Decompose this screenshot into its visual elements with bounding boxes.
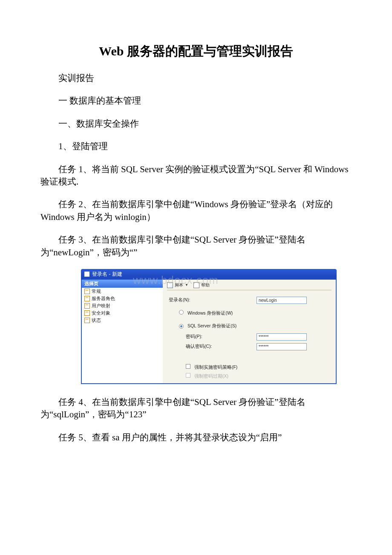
password-input[interactable]: ****** xyxy=(257,333,307,341)
right-panel: 脚本 ▼ 帮助 登录名(N): newLogin Windows 身份验证(W) xyxy=(163,280,336,383)
radio-sql-auth[interactable]: SQL Server 身份验证(S) xyxy=(167,323,257,329)
para-task-1: 任务 1、将当前 SQL Server 实例的验证模式设置为“SQL Serve… xyxy=(40,163,352,188)
login-name-label: 登录名(N): xyxy=(167,297,257,303)
checkbox-disabled-icon xyxy=(186,373,190,378)
left-panel-header: 选择页 xyxy=(82,280,163,288)
tree-label: 用户映射 xyxy=(92,303,110,309)
script-icon xyxy=(167,282,173,288)
panel-toolbar: 脚本 ▼ 帮助 xyxy=(167,282,331,290)
para-subheading: 实训报告 xyxy=(40,72,352,84)
tree-label: 安全对象 xyxy=(92,310,110,316)
para-task-5: 任务 5、查看 sa 用户的属性，并将其登录状态设为“启用” xyxy=(40,431,352,444)
window-titlebar: 登录名 - 新建 xyxy=(81,269,337,280)
para-section: 一 数据库的基本管理 xyxy=(40,95,352,107)
window-title-text: 登录名 - 新建 xyxy=(92,271,122,278)
script-dropdown-icon[interactable]: ▼ xyxy=(185,283,188,287)
page-icon xyxy=(84,318,90,323)
tree-item-status[interactable]: 状态 xyxy=(82,317,163,324)
radio-icon xyxy=(179,310,184,315)
login-name-input[interactable]: newLogin xyxy=(257,297,307,304)
para-task-2: 任务 2、在当前数据库引擎中创建“Windows 身份验证”登录名（对应的 Wi… xyxy=(40,198,352,223)
confirm-password-label: 确认密码(C): xyxy=(167,344,257,350)
help-icon xyxy=(193,282,199,288)
para-item: 1、登陆管理 xyxy=(40,140,352,153)
radio-checked-icon xyxy=(179,324,184,329)
tree-item-securables[interactable]: 安全对象 xyxy=(82,309,163,317)
password-label: 密码(P): xyxy=(167,334,257,340)
page-icon xyxy=(84,303,90,309)
confirm-password-input[interactable]: ****** xyxy=(257,343,307,350)
enforce-policy-checkbox[interactable]: 强制实施密码策略(F) xyxy=(167,364,257,370)
tree-item-general[interactable]: 常规 xyxy=(82,288,163,295)
left-panel: 选择页 常规 服务器角色 用户映射 安全对象 xyxy=(82,280,163,383)
para-task-4: 任务 4、在当前数据库引擎中创建“SQL Server 身份验证”登陆名为“sq… xyxy=(40,396,352,421)
script-button[interactable]: 脚本 xyxy=(175,282,183,288)
page-icon xyxy=(84,289,90,294)
tree-label: 状态 xyxy=(92,317,101,324)
para-task-3: 任务 3、在当前数据库引擎中创建“SQL Server 身份验证”登陆名为“ne… xyxy=(40,234,352,259)
help-button[interactable]: 帮助 xyxy=(201,282,210,288)
tree-label: 服务器角色 xyxy=(92,295,115,302)
para-subsection: 一、数据库安全操作 xyxy=(40,118,352,130)
radio-sql-label: SQL Server 身份验证(S) xyxy=(187,323,236,328)
screenshot-dialog: 登录名 - 新建 www.bdocx.com 选择页 常规 服务器角色 用户映射 xyxy=(81,269,337,384)
page-icon xyxy=(84,310,90,316)
tree-item-user-mapping[interactable]: 用户映射 xyxy=(82,302,163,309)
tree-label: 常规 xyxy=(92,288,101,295)
radio-windows-auth[interactable]: Windows 身份验证(W) xyxy=(167,310,257,316)
enforce-expiration-label: 强制密码过期(X) xyxy=(194,373,228,379)
enforce-expiration-checkbox: 强制密码过期(X) xyxy=(167,373,257,379)
window-icon xyxy=(84,272,89,277)
page-icon xyxy=(84,296,90,301)
enforce-policy-label: 强制实施密码策略(F) xyxy=(194,364,237,370)
page-title: Web 服务器的配置与管理实训报告 xyxy=(40,43,352,60)
tree-item-server-roles[interactable]: 服务器角色 xyxy=(82,295,163,302)
checkbox-icon xyxy=(186,364,190,369)
radio-windows-label: Windows 身份验证(W) xyxy=(187,310,233,315)
